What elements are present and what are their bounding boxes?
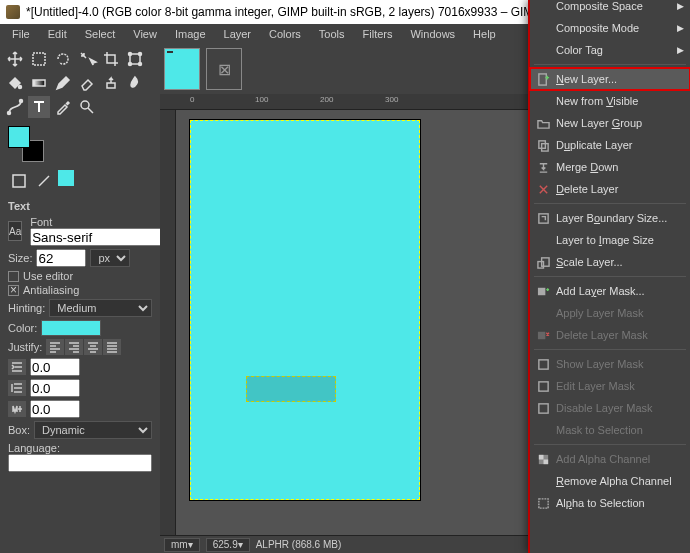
justify-fill-button[interactable] xyxy=(103,339,121,355)
menu-item-merge-down[interactable]: Merge Down xyxy=(530,156,690,178)
blank-icon xyxy=(536,306,550,320)
menu-item-new-layer-group[interactable]: New Layer Group xyxy=(530,112,690,134)
blank-icon xyxy=(536,43,550,57)
menu-item-color-tag[interactable]: Color Tag▶ xyxy=(530,39,690,61)
use-editor-checkbox[interactable]: Use editor xyxy=(8,270,152,282)
transform-tool[interactable] xyxy=(124,48,146,70)
clone-tool[interactable] xyxy=(100,72,122,94)
color-picker-tool[interactable] xyxy=(52,96,74,118)
image-tab-close[interactable] xyxy=(206,48,242,90)
menu-item-show-layer-mask: Show Layer Mask xyxy=(530,353,690,375)
zoom-tool[interactable] xyxy=(76,96,98,118)
check-icon xyxy=(536,379,550,393)
zoom-select[interactable]: 625.9 ▾ xyxy=(206,538,250,552)
svg-point-10 xyxy=(20,100,23,103)
menu-item-new-layer[interactable]: New Layer... xyxy=(530,68,690,90)
text-layer-selection[interactable] xyxy=(246,376,336,402)
image-tab-active[interactable] xyxy=(164,48,200,90)
options-tab-icon[interactable] xyxy=(8,170,30,192)
fuzzy-select-tool[interactable] xyxy=(76,48,98,70)
hinting-select[interactable]: Medium xyxy=(49,299,152,317)
alpha-icon xyxy=(536,452,550,466)
antialiasing-checkbox[interactable]: Antialiasing xyxy=(8,284,152,296)
menu-item-add-layer-mask[interactable]: Add Layer Mask... xyxy=(530,280,690,302)
window-title: *[Untitled]-4.0 (RGB color 8-bit gamma i… xyxy=(26,5,541,19)
justify-center-button[interactable] xyxy=(84,339,102,355)
rect-select-tool[interactable] xyxy=(28,48,50,70)
svg-point-9 xyxy=(8,112,11,115)
menu-colors[interactable]: Colors xyxy=(261,26,309,42)
path-tool[interactable] xyxy=(4,96,26,118)
menu-filters[interactable]: Filters xyxy=(355,26,401,42)
menu-item-scale-layer[interactable]: Scale Layer... xyxy=(530,251,690,273)
menu-item-alpha-to-selection[interactable]: Alpha to Selection xyxy=(530,492,690,514)
menu-item-label: Apply Layer Mask xyxy=(556,307,643,319)
menu-image[interactable]: Image xyxy=(167,26,214,42)
menu-separator xyxy=(534,203,686,204)
indent-icon xyxy=(8,359,26,375)
indent-input[interactable] xyxy=(30,358,80,376)
status-text: ALPHR (868.6 MB) xyxy=(256,539,342,550)
menu-item-label: Add Layer Mask... xyxy=(556,285,645,297)
pencil-tool[interactable] xyxy=(52,72,74,94)
menu-item-label: Color Tag xyxy=(556,44,603,56)
box-mode-select[interactable]: Dynamic xyxy=(34,421,152,439)
menu-item-label: Merge Down xyxy=(556,161,618,173)
letter-spacing-icon xyxy=(8,401,26,417)
gradient-tool[interactable] xyxy=(28,72,50,94)
eraser-tool[interactable] xyxy=(76,72,98,94)
menu-edit[interactable]: Edit xyxy=(40,26,75,42)
menu-view[interactable]: View xyxy=(125,26,165,42)
menu-item-layer-boundary-size[interactable]: Layer Boundary Size... xyxy=(530,207,690,229)
duplicate-icon xyxy=(536,138,550,152)
submenu-arrow-icon: ▶ xyxy=(677,45,684,55)
unit-select[interactable]: mm ▾ xyxy=(164,538,200,552)
menu-item-label: Delete Layer Mask xyxy=(556,329,648,341)
free-select-tool[interactable] xyxy=(52,48,74,70)
image-canvas[interactable] xyxy=(190,120,420,500)
menu-separator xyxy=(534,276,686,277)
resize-icon xyxy=(536,211,550,225)
menu-separator xyxy=(534,64,686,65)
svg-rect-26 xyxy=(543,459,548,464)
device-tab-icon[interactable] xyxy=(33,170,55,192)
move-tool[interactable] xyxy=(4,48,26,70)
bucket-tool[interactable] xyxy=(4,72,26,94)
menu-item-composite-mode[interactable]: Composite Mode▶ xyxy=(530,17,690,39)
menu-item-delete-layer[interactable]: Delete Layer xyxy=(530,178,690,200)
menu-item-delete-layer-mask: Delete Layer Mask xyxy=(530,324,690,346)
menu-tools[interactable]: Tools xyxy=(311,26,353,42)
crop-tool[interactable] xyxy=(100,48,122,70)
language-input[interactable] xyxy=(8,454,152,472)
menu-windows[interactable]: Windows xyxy=(402,26,463,42)
menu-item-label: Composite Space xyxy=(556,0,643,12)
menu-item-label: Composite Mode xyxy=(556,22,639,34)
text-color-swatch[interactable] xyxy=(41,320,101,336)
font-size-unit-select[interactable]: px xyxy=(90,249,130,267)
smudge-tool[interactable] xyxy=(124,72,146,94)
menu-help[interactable]: Help xyxy=(465,26,504,42)
fg-bg-colors[interactable] xyxy=(0,122,160,166)
font-size-input[interactable] xyxy=(36,249,86,267)
menu-item-label: Show Layer Mask xyxy=(556,358,643,370)
letter-spacing-input[interactable] xyxy=(30,400,80,418)
justify-left-button[interactable] xyxy=(46,339,64,355)
foreground-color-swatch[interactable] xyxy=(8,126,30,148)
svg-rect-25 xyxy=(538,454,543,459)
menu-item-duplicate-layer[interactable]: Duplicate Layer xyxy=(530,134,690,156)
blank-icon xyxy=(536,474,550,488)
menu-file[interactable]: File xyxy=(4,26,38,42)
menu-item-remove-alpha-channel[interactable]: Remove Alpha Channel xyxy=(530,470,690,492)
menu-item-label: Edit Layer Mask xyxy=(556,380,635,392)
svg-point-11 xyxy=(81,101,89,109)
svg-rect-22 xyxy=(538,381,547,390)
justify-right-button[interactable] xyxy=(65,339,83,355)
active-image-thumb[interactable] xyxy=(58,170,74,186)
text-tool[interactable] xyxy=(28,96,50,118)
menu-item-composite-space[interactable]: Composite Space▶ xyxy=(530,0,690,17)
menu-item-new-from-visible[interactable]: New from Visible xyxy=(530,90,690,112)
line-spacing-input[interactable] xyxy=(30,379,80,397)
menu-layer[interactable]: Layer xyxy=(216,26,260,42)
menu-select[interactable]: Select xyxy=(77,26,124,42)
menu-item-layer-to-image-size[interactable]: Layer to Image Size xyxy=(530,229,690,251)
